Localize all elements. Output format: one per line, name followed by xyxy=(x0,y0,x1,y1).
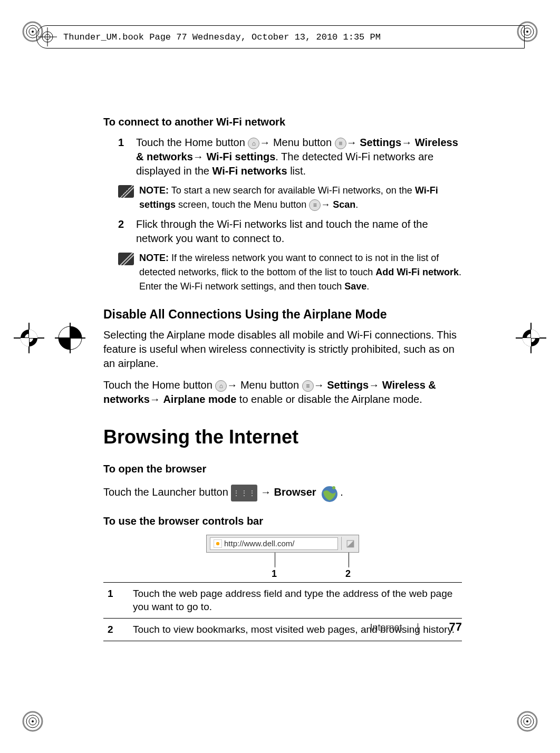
registration-target-icon xyxy=(517,711,538,732)
header-target-icon xyxy=(38,27,57,46)
registration-target-icon xyxy=(22,711,43,732)
note-1: NOTE: To start a new search for availabl… xyxy=(103,184,462,212)
paragraph: Touch the Home button ⌂→ Menu button ≡→ … xyxy=(103,378,462,407)
print-header-bar: Thunder_UM.book Page 77 Wednesday, Octob… xyxy=(36,25,525,49)
callout-1: 1 xyxy=(272,567,277,580)
step-body: Flick through the Wi-Fi networks list an… xyxy=(136,217,462,246)
browser-controls-bar-figure: http://www.dell.com/ ◪ 1 2 xyxy=(206,535,359,553)
favicon-icon xyxy=(214,539,222,548)
table-number: 1 xyxy=(103,587,133,614)
table-text: Touch the web page address field and typ… xyxy=(133,587,462,614)
note-icon xyxy=(118,253,134,265)
home-button-icon: ⌂ xyxy=(215,380,227,392)
menu-button-icon: ≡ xyxy=(309,199,321,211)
page-content: To connect to another Wi-Fi network 1 To… xyxy=(103,115,462,641)
browser-globe-icon xyxy=(319,482,340,504)
svg-point-14 xyxy=(526,720,528,722)
step-1: 1 Touch the Home button ⌂→ Menu button ≡… xyxy=(103,136,462,178)
home-button-icon: ⌂ xyxy=(248,138,259,149)
registration-mark-icon xyxy=(55,323,85,353)
svg-point-2 xyxy=(32,31,34,33)
svg-point-6 xyxy=(526,31,528,33)
registration-mark-icon xyxy=(516,323,546,353)
heading-open-browser: To open the browser xyxy=(103,462,462,476)
heading-connect-wifi: To connect to another Wi-Fi network xyxy=(103,115,462,129)
svg-point-32 xyxy=(332,486,335,489)
url-text: http://www.dell.com/ xyxy=(224,538,294,549)
bookmark-icon: ◪ xyxy=(341,537,359,549)
step-number: 2 xyxy=(118,217,136,246)
url-address-field: http://www.dell.com/ xyxy=(210,537,338,550)
step-2: 2 Flick through the Wi-Fi networks list … xyxy=(103,217,462,246)
note-body: NOTE: If the wireless network you want t… xyxy=(139,251,462,294)
paragraph: Touch the Launcher button → Browser . xyxy=(103,482,462,504)
paragraph: Selecting the Airplane mode disables all… xyxy=(103,328,462,371)
print-header-text: Thunder_UM.book Page 77 Wednesday, Octob… xyxy=(63,32,381,42)
note-body: NOTE: To start a new search for availabl… xyxy=(139,184,462,212)
registration-mark-icon xyxy=(14,323,44,353)
callout-2: 2 xyxy=(345,567,351,580)
heading-browser-controls: To use the browser controls bar xyxy=(103,514,462,528)
launcher-button-icon xyxy=(231,485,257,501)
step-body: Touch the Home button ⌂→ Menu button ≡→ … xyxy=(136,136,462,178)
heading-airplane-mode: Disable All Connections Using the Airpla… xyxy=(103,306,462,323)
note-icon xyxy=(118,185,134,198)
page-number: 77 xyxy=(449,620,462,633)
menu-button-icon: ≡ xyxy=(302,380,314,392)
menu-button-icon: ≡ xyxy=(335,138,346,149)
note-2: NOTE: If the wireless network you want t… xyxy=(103,251,462,294)
svg-point-10 xyxy=(32,720,34,722)
heading-browsing-internet: Browsing the Internet xyxy=(103,424,462,450)
page-footer: Internet 77 xyxy=(103,620,462,634)
table-row: 1 Touch the web page address field and t… xyxy=(103,582,462,618)
footer-section: Internet xyxy=(370,622,402,633)
step-number: 1 xyxy=(118,136,136,178)
